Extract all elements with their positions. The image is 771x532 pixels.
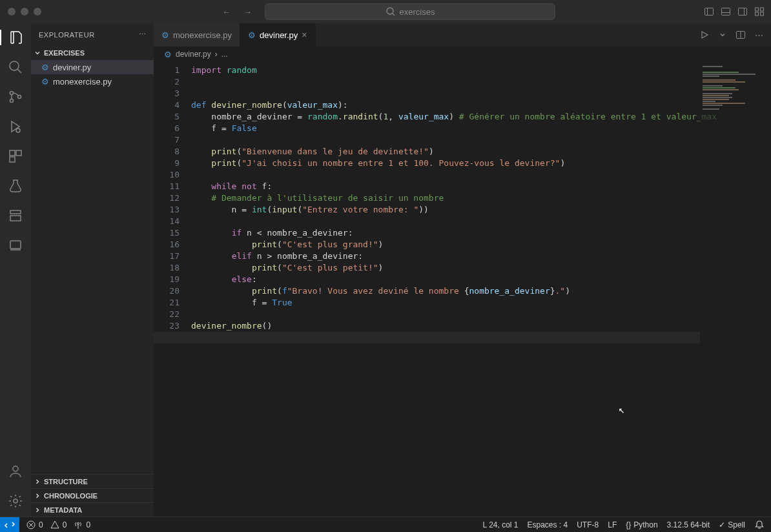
testing-icon[interactable] (8, 178, 23, 194)
eol[interactable]: LF (608, 520, 617, 529)
indentation[interactable]: Espaces : 4 (528, 520, 568, 529)
editor-more-icon[interactable]: ⋯ (755, 30, 763, 40)
svg-rect-19 (16, 150, 21, 156)
explorer-sidebar: EXPLORATEUR ⋯ EXERCISES ⚙ deviner.py ⚙ m… (31, 23, 154, 517)
notifications-icon[interactable] (754, 520, 765, 530)
breadcrumb-rest: ... (221, 50, 228, 59)
svg-point-16 (18, 96, 21, 99)
nav-forward-icon[interactable]: → (243, 7, 252, 17)
svg-point-12 (10, 61, 19, 70)
outline-section-header[interactable]: STRUCTURE (31, 474, 154, 488)
svg-rect-4 (722, 8, 730, 15)
file-list: ⚙ deviner.py ⚙ monexercise.py (31, 60, 154, 474)
section-label: STRUCTURE (44, 478, 88, 486)
maximize-window[interactable] (34, 8, 41, 15)
section-label: METADATA (44, 506, 82, 514)
chevron-down-icon (34, 49, 41, 57)
extra-view-2-icon[interactable] (8, 238, 23, 253)
editor-area: ⚙ monexercise.py ⚙ deviner.py × ⋯ ⚙ devi… (154, 23, 771, 517)
extra-view-1-icon[interactable] (8, 208, 23, 223)
tab-bar: ⚙ monexercise.py ⚙ deviner.py × ⋯ (154, 23, 771, 46)
ports-count[interactable]: 0 (73, 520, 90, 530)
toggle-secondary-sidebar-icon[interactable] (737, 6, 748, 17)
minimap[interactable] (700, 62, 771, 517)
sidebar-title: EXPLORATEUR ⋯ (31, 23, 154, 46)
svg-rect-8 (756, 8, 759, 11)
svg-line-1 (393, 14, 395, 15)
python-file-icon: ⚙ (161, 30, 169, 40)
timeline-section-header[interactable]: CHRONOLOGIE (31, 488, 154, 502)
file-name: deviner.py (53, 63, 91, 72)
python-file-icon: ⚙ (41, 63, 49, 72)
activity-bar (0, 23, 31, 517)
chevron-right-icon (34, 506, 41, 514)
titlebar: ← → exercises (0, 0, 771, 23)
extensions-icon[interactable] (8, 148, 23, 164)
minimize-window[interactable] (21, 8, 28, 15)
settings-gear-icon[interactable] (8, 493, 23, 509)
file-item[interactable]: ⚙ monexercise.py (31, 74, 154, 88)
sidebar-title-label: EXPLORATEUR (39, 31, 95, 39)
svg-rect-9 (761, 8, 764, 11)
code-content[interactable]: import random def deviner_nombre(valeur_… (191, 62, 771, 517)
toggle-panel-icon[interactable] (721, 6, 731, 17)
warning-icon (50, 520, 60, 530)
chevron-right-icon (34, 478, 41, 486)
close-window[interactable] (8, 8, 15, 15)
svg-point-14 (10, 92, 14, 95)
nav-arrows: ← → (222, 7, 252, 17)
svg-rect-6 (739, 8, 747, 15)
python-file-icon: ⚙ (164, 50, 172, 59)
python-file-icon: ⚙ (248, 30, 256, 40)
warnings-count[interactable]: 0 (50, 520, 67, 530)
source-control-icon[interactable] (8, 89, 23, 105)
spell-check[interactable]: ✓ Spell (719, 520, 745, 529)
command-center[interactable]: exercises (265, 3, 555, 20)
errors-count[interactable]: 0 (26, 520, 43, 530)
python-version[interactable]: 3.12.5 64-bit (667, 520, 710, 529)
error-icon (26, 520, 36, 530)
folder-name: EXERCISES (44, 49, 85, 57)
metadata-section-header[interactable]: METADATA (31, 502, 154, 517)
editor-tab[interactable]: ⚙ deviner.py × (240, 23, 315, 46)
code-editor[interactable]: 123456789101112131415161718192021222324 … (154, 62, 771, 517)
run-file-icon[interactable] (699, 30, 710, 40)
file-name: monexercise.py (53, 77, 112, 87)
run-dropdown-icon[interactable] (719, 31, 726, 39)
tab-label: monexercise.py (173, 30, 232, 40)
remote-indicator[interactable] (0, 517, 19, 532)
run-debug-icon[interactable] (8, 119, 23, 134)
editor-tab[interactable]: ⚙ monexercise.py (154, 23, 240, 46)
svg-rect-10 (756, 12, 759, 15)
breadcrumb-separator: › (215, 50, 218, 59)
explorer-view-icon[interactable] (0, 30, 31, 45)
language-mode[interactable]: {} Python (626, 520, 657, 529)
breadcrumb[interactable]: ⚙ deviner.py › ... (154, 46, 771, 62)
svg-point-26 (14, 499, 17, 503)
section-label: CHRONOLOGIE (44, 492, 98, 500)
split-editor-icon[interactable] (735, 30, 746, 40)
mouse-cursor: ↖ (619, 404, 625, 416)
sidebar-more-icon[interactable]: ⋯ (139, 30, 147, 39)
svg-rect-23 (10, 241, 21, 249)
svg-rect-22 (10, 216, 21, 221)
svg-point-0 (387, 8, 393, 14)
folder-section-header[interactable]: EXERCISES (31, 46, 154, 60)
customize-layout-icon[interactable] (754, 6, 765, 17)
line-numbers: 123456789101112131415161718192021222324 (154, 62, 191, 517)
close-tab-icon[interactable]: × (302, 30, 307, 40)
tab-label: deviner.py (260, 30, 298, 40)
search-view-icon[interactable] (8, 59, 23, 75)
braces-icon: {} (626, 520, 631, 529)
antenna-icon (73, 520, 83, 530)
encoding[interactable]: UTF-8 (577, 520, 599, 529)
cursor-position[interactable]: L 24, col 1 (483, 520, 519, 529)
cursor-line-highlight (154, 332, 700, 343)
accounts-icon[interactable] (8, 464, 23, 479)
toggle-primary-sidebar-icon[interactable] (704, 6, 714, 17)
svg-rect-18 (10, 150, 15, 156)
file-item[interactable]: ⚙ deviner.py (31, 60, 154, 74)
chevron-right-icon (34, 492, 41, 500)
nav-back-icon[interactable]: ← (222, 7, 231, 17)
svg-point-17 (16, 128, 20, 132)
